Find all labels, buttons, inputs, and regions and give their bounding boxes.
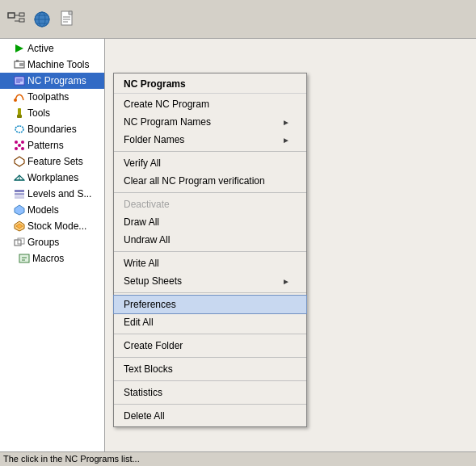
machine-tools-icon bbox=[14, 59, 25, 70]
toolbar bbox=[0, 0, 476, 39]
svg-point-23 bbox=[14, 99, 17, 102]
svg-point-29 bbox=[15, 147, 18, 150]
submenu-arrow: ► bbox=[282, 277, 290, 286]
context-menu-title: NC Programs bbox=[114, 75, 306, 94]
svg-marker-15 bbox=[15, 44, 23, 52]
svg-rect-35 bbox=[15, 190, 24, 192]
svg-rect-0 bbox=[8, 13, 15, 18]
menu-item-undraw-all[interactable]: Undraw All bbox=[114, 231, 306, 249]
tree-view-icon[interactable] bbox=[5, 8, 27, 31]
menu-item-deactivate[interactable]: Deactivate bbox=[114, 195, 306, 213]
sidebar-item-tools[interactable]: Tools bbox=[0, 105, 104, 121]
sidebar-item-levels[interactable]: Levels and S... bbox=[0, 186, 104, 202]
sidebar-label-patterns: Patterns bbox=[27, 140, 64, 151]
boundaries-icon bbox=[14, 124, 25, 135]
separator-4 bbox=[114, 292, 306, 293]
separator-2 bbox=[114, 192, 306, 193]
separator-1 bbox=[114, 151, 306, 152]
menu-item-folder-names[interactable]: Folder Names ► bbox=[114, 131, 306, 149]
tools-icon bbox=[14, 107, 25, 119]
menu-item-statistics[interactable]: Statistics bbox=[114, 384, 306, 401]
svg-marker-38 bbox=[15, 205, 24, 215]
submenu-arrow: ► bbox=[282, 136, 290, 145]
sidebar-label-toolpaths: Toolpaths bbox=[27, 91, 69, 103]
sidebar-item-boundaries[interactable]: Boundaries bbox=[0, 121, 104, 137]
status-text: The click in the NC Programs list... bbox=[3, 454, 140, 464]
svg-point-26 bbox=[15, 126, 23, 132]
separator-7 bbox=[114, 380, 306, 381]
sidebar-label-workplanes: Workplanes bbox=[27, 172, 78, 183]
sidebar-label-models: Models bbox=[27, 204, 59, 216]
svg-rect-25 bbox=[17, 115, 22, 118]
workplanes-icon bbox=[14, 172, 25, 183]
sidebar-label-active: Active bbox=[27, 43, 54, 54]
patterns-icon bbox=[14, 140, 25, 151]
sidebar-item-toolpaths[interactable]: Toolpaths bbox=[0, 89, 104, 105]
sidebar-item-patterns[interactable]: Patterns bbox=[0, 137, 104, 153]
sidebar-item-feature-sets[interactable]: Feature Sets bbox=[0, 153, 104, 170]
sidebar-item-macros[interactable]: Macros bbox=[0, 250, 104, 267]
svg-rect-37 bbox=[15, 196, 24, 199]
sidebar-item-workplanes[interactable]: Workplanes bbox=[0, 170, 104, 186]
sidebar-item-stock-models[interactable]: Stock Mode... bbox=[0, 218, 104, 234]
nc-programs-icon bbox=[14, 75, 25, 86]
app-window: Active Machine Tools bbox=[0, 0, 476, 466]
macros-icon bbox=[19, 253, 30, 264]
svg-rect-18 bbox=[19, 63, 23, 66]
sidebar-item-active[interactable]: Active bbox=[0, 40, 104, 57]
svg-point-31 bbox=[18, 144, 21, 147]
svg-point-30 bbox=[21, 147, 24, 150]
sidebar-item-models[interactable]: Models bbox=[0, 202, 104, 218]
sidebar-label-macros: Macros bbox=[32, 253, 64, 264]
menu-item-text-blocks[interactable]: Text Blocks bbox=[114, 360, 306, 378]
sidebar-label-machine-tools: Machine Tools bbox=[27, 59, 90, 70]
sidebar-label-feature-sets: Feature Sets bbox=[27, 156, 83, 167]
sidebar-item-machine-tools[interactable]: Machine Tools bbox=[0, 57, 104, 73]
groups-icon bbox=[14, 237, 25, 248]
svg-rect-2 bbox=[19, 13, 24, 16]
menu-item-create-nc[interactable]: Create NC Program bbox=[114, 95, 306, 113]
models-icon bbox=[14, 204, 25, 216]
menu-item-edit-all[interactable]: Edit All bbox=[114, 313, 306, 331]
feature-sets-icon bbox=[14, 156, 25, 167]
separator-3 bbox=[114, 251, 306, 252]
submenu-arrow: ► bbox=[282, 118, 290, 127]
menu-item-preferences[interactable]: Preferences bbox=[114, 296, 306, 313]
svg-point-27 bbox=[15, 141, 18, 144]
menu-item-delete-all[interactable]: Delete All bbox=[114, 407, 306, 425]
menu-item-verify-all[interactable]: Verify All bbox=[114, 154, 306, 172]
svg-rect-4 bbox=[19, 19, 24, 22]
sidebar-label-tools: Tools bbox=[27, 107, 50, 119]
separator-5 bbox=[114, 334, 306, 334]
sidebar-label-groups: Groups bbox=[27, 237, 59, 248]
menu-item-nc-program-names[interactable]: NC Program Names ► bbox=[114, 113, 306, 131]
menu-item-draw-all[interactable]: Draw All bbox=[114, 213, 306, 231]
sidebar-item-groups[interactable]: Groups bbox=[0, 234, 104, 250]
menu-item-setup-sheets[interactable]: Setup Sheets ► bbox=[114, 272, 306, 290]
menu-item-write-all[interactable]: Write All bbox=[114, 254, 306, 272]
status-bar: The click in the NC Programs list... bbox=[0, 451, 476, 466]
separator-8 bbox=[114, 404, 306, 405]
sidebar-item-nc-programs[interactable]: NC Programs bbox=[0, 73, 104, 89]
sidebar-tree: Active Machine Tools bbox=[0, 39, 105, 451]
sidebar-label-stock-models: Stock Mode... bbox=[27, 220, 86, 232]
separator-6 bbox=[114, 357, 306, 358]
sidebar-label-nc-programs: NC Programs bbox=[27, 75, 86, 86]
svg-rect-17 bbox=[16, 60, 19, 62]
stock-models-icon bbox=[14, 220, 25, 232]
menu-item-create-folder[interactable]: Create Folder bbox=[114, 337, 306, 355]
page-icon[interactable] bbox=[57, 8, 79, 31]
sidebar-label-boundaries: Boundaries bbox=[27, 124, 77, 135]
menu-item-clear-verification[interactable]: Clear all NC Program verification bbox=[114, 172, 306, 190]
levels-icon bbox=[14, 188, 25, 199]
svg-rect-24 bbox=[18, 108, 21, 115]
svg-point-28 bbox=[21, 141, 24, 144]
active-icon bbox=[14, 43, 25, 54]
context-menu: NC Programs Create NC Program NC Program… bbox=[113, 73, 307, 427]
svg-rect-36 bbox=[15, 193, 24, 195]
sidebar-label-levels: Levels and S... bbox=[27, 188, 91, 199]
globe-icon[interactable] bbox=[31, 8, 53, 31]
toolpaths-icon bbox=[14, 91, 25, 103]
svg-rect-43 bbox=[19, 254, 29, 262]
